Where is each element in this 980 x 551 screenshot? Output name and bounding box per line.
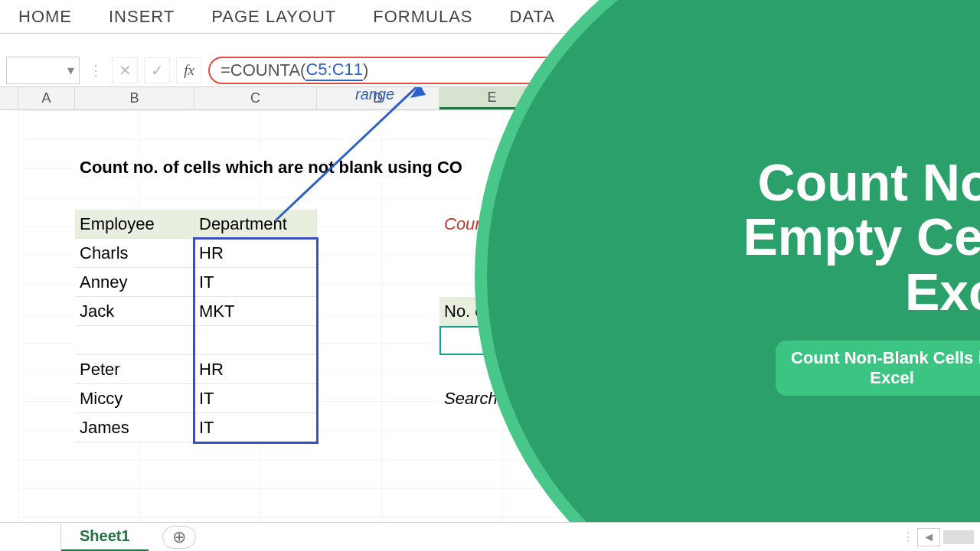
overlay-title: Count Non- Empty Cells Excel [743, 155, 980, 319]
cell-emp-2[interactable]: Jack [75, 297, 194, 326]
formula-bar-grip: ⋮ [86, 62, 106, 79]
overlay-title-line1: Count Non- [743, 155, 980, 210]
sheet-tab-active[interactable]: Sheet1 [61, 523, 149, 552]
tab-page-layout[interactable]: PAGE LAYOUT [199, 2, 348, 31]
col-header-A[interactable]: A [18, 87, 75, 109]
header-employee: Employee [75, 210, 194, 239]
scrollbar-thumb[interactable] [943, 530, 974, 544]
formula-range-highlight: C5:C11 [305, 60, 363, 81]
tab-home[interactable]: HOME [6, 2, 84, 31]
chevron-down-icon[interactable]: ▾ [67, 62, 74, 79]
formula-text-prefix: =COUNTA( [220, 60, 305, 80]
overlay-title-line2: Empty Cells [743, 210, 980, 264]
tab-insert[interactable]: INSERT [96, 2, 187, 31]
range-annotation-label: range [355, 87, 394, 103]
promo-overlay: Count Non- Empty Cells Excel Count Non-B… [475, 0, 980, 551]
tab-formulas[interactable]: FORMULAS [361, 2, 485, 31]
cell-emp-0[interactable]: Charls [75, 239, 194, 268]
formula-text-suffix: ) [363, 60, 368, 80]
overlay-title-line3: Excel [743, 265, 980, 319]
fx-icon[interactable]: fx [176, 57, 202, 83]
sheet-tab-bar: Sheet1 ⊕ ⋮ ◄ [0, 522, 980, 551]
scroll-left-icon[interactable]: ◄ [917, 528, 940, 546]
overlay-badge: Count Non-Blank Cells in Excel [776, 341, 980, 396]
cell-emp-6[interactable]: James [75, 413, 194, 442]
cell-emp-1[interactable]: Anney [75, 268, 194, 297]
name-box[interactable]: ▾ [6, 57, 80, 84]
col-header-B[interactable]: B [75, 87, 194, 109]
header-department: Department [194, 210, 317, 239]
range-selection-outline [193, 237, 318, 444]
add-sheet-button[interactable]: ⊕ [162, 526, 196, 549]
accept-formula-button[interactable]: ✓ [144, 57, 170, 83]
sheet-nav-spacer [0, 523, 61, 551]
select-all-corner[interactable] [0, 87, 18, 109]
tab-data[interactable]: DATA [498, 2, 567, 31]
scroll-grip[interactable]: ⋮ [902, 530, 914, 544]
cell-emp-5[interactable]: Miccy [75, 384, 194, 413]
col-header-C[interactable]: C [194, 87, 317, 109]
horizontal-scroll-controls: ⋮ ◄ [902, 528, 980, 546]
cell-emp-4[interactable]: Peter [75, 355, 194, 384]
cancel-formula-button[interactable]: ✕ [112, 57, 138, 83]
cell-emp-3[interactable] [75, 326, 194, 355]
